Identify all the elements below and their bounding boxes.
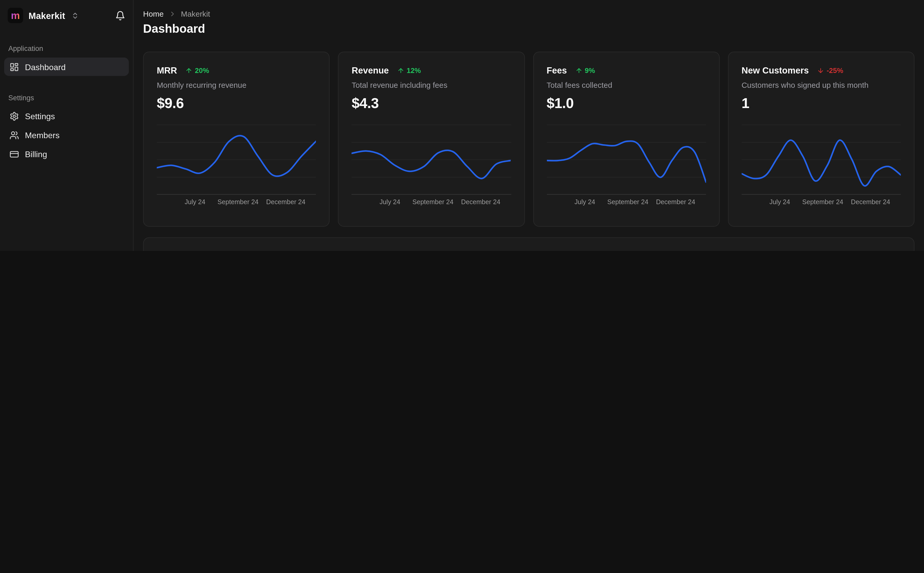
x-axis-labels: July 24 September 24 December 24 <box>547 199 706 208</box>
sidebar-item-label: Dashboard <box>25 62 66 72</box>
visitors-card: Visitors Showing total visitors for the … <box>143 238 915 251</box>
stat-card-mrr: MRR 20% Monthly recurring revenue $9.6 J… <box>143 52 330 227</box>
stat-cards-row: MRR 20% Monthly recurring revenue $9.6 J… <box>143 52 915 227</box>
sidebar-item-label: Settings <box>25 111 55 121</box>
revenue-trend-chart <box>351 125 511 195</box>
app-window: m Makerkit Application Dashboard Setting… <box>0 0 924 251</box>
stat-value: $9.6 <box>157 95 316 112</box>
gear-icon <box>9 111 19 121</box>
sidebar-item-label: Billing <box>25 149 47 159</box>
notifications-bell-icon[interactable] <box>115 10 125 20</box>
stat-title: Fees <box>547 66 567 76</box>
stat-delta: 12% <box>397 67 421 75</box>
chevrons-up-down-icon <box>71 12 79 19</box>
customers-trend-chart <box>742 125 901 195</box>
stat-title: MRR <box>157 66 177 76</box>
sidebar-section-settings: Settings <box>0 94 133 102</box>
stat-delta: 20% <box>185 67 209 75</box>
main-content: Home Makerkit Dashboard MRR 20% Monthly … <box>133 0 924 251</box>
page-title: Dashboard <box>143 23 915 34</box>
x-axis-labels: July 24 September 24 December 24 <box>742 199 901 208</box>
x-axis-labels: July 24 September 24 December 24 <box>157 199 316 208</box>
workspace-switcher[interactable]: m Makerkit <box>8 8 79 23</box>
stat-description: Total revenue including fees <box>351 81 511 91</box>
sidebar-item-dashboard[interactable]: Dashboard <box>4 58 129 76</box>
stat-value: $1.0 <box>547 95 706 112</box>
sidebar-item-members[interactable]: Members <box>4 126 129 144</box>
arrow-up-icon <box>185 67 192 74</box>
arrow-up-icon <box>397 67 404 74</box>
dashboard-icon <box>9 62 19 72</box>
stat-title: New Customers <box>742 66 809 76</box>
stat-title: Revenue <box>351 66 389 76</box>
stat-value: 1 <box>742 95 901 112</box>
sidebar-item-label: Members <box>25 130 60 140</box>
stat-value: $4.3 <box>351 95 511 112</box>
stat-card-new-customers: New Customers -25% Customers who signed … <box>728 52 915 227</box>
stat-card-revenue: Revenue 12% Total revenue including fees… <box>338 52 525 227</box>
credit-card-icon <box>9 149 19 159</box>
mrr-trend-chart <box>157 125 316 195</box>
arrow-up-icon <box>575 67 582 74</box>
stat-description: Monthly recurring revenue <box>157 81 316 91</box>
fees-trend-chart <box>547 125 706 195</box>
sidebar-section-application: Application <box>0 44 133 53</box>
users-icon <box>9 130 19 140</box>
breadcrumb-current[interactable]: Makerkit <box>181 9 210 19</box>
workspace-name: Makerkit <box>28 10 65 20</box>
stat-card-fees: Fees 9% Total fees collected $1.0 July 2… <box>533 52 720 227</box>
sidebar-item-billing[interactable]: Billing <box>4 145 129 163</box>
sidebar-item-settings[interactable]: Settings <box>4 107 129 125</box>
makerkit-logo: m <box>8 8 23 23</box>
stat-description: Customers who signed up this month <box>742 81 901 91</box>
stat-delta: 9% <box>575 67 595 75</box>
chevron-right-icon <box>168 10 176 18</box>
arrow-down-icon <box>817 67 824 74</box>
stat-delta: -25% <box>817 67 843 75</box>
sidebar: m Makerkit Application Dashboard Setting… <box>0 0 133 251</box>
breadcrumb-home-link[interactable]: Home <box>143 9 164 19</box>
x-axis-labels: July 24 September 24 December 24 <box>351 199 511 208</box>
breadcrumb: Home Makerkit <box>143 9 915 19</box>
stat-description: Total fees collected <box>547 81 706 91</box>
